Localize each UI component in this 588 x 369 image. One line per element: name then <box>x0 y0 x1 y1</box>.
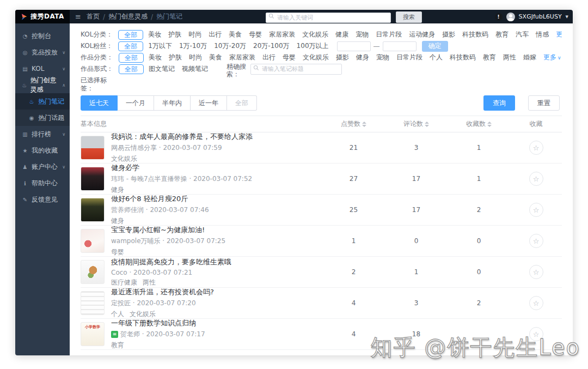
note-title[interactable]: 我妈说：成年人最高的修养是，不要给人家添 <box>111 132 322 142</box>
time-tab-一个月[interactable]: 一个月 <box>118 95 154 111</box>
filter-option[interactable]: 文化娱乐 <box>302 30 328 39</box>
filter-chip-all[interactable]: 全部 <box>119 64 144 74</box>
filter-option[interactable]: 时尚 <box>188 30 201 39</box>
note-title[interactable]: 一年级下册数学知识点归纳 <box>111 318 322 328</box>
favorite-star-button[interactable]: ☆ <box>529 296 543 310</box>
filter-option[interactable]: 图文笔记 <box>149 64 175 74</box>
note-thumbnail[interactable] <box>81 291 105 315</box>
column-header[interactable]: 点赞数 <box>322 119 385 129</box>
note-thumbnail[interactable] <box>81 136 105 160</box>
collapse-menu-icon[interactable]: ≡ <box>75 13 81 21</box>
note-title[interactable]: 最近逐渐升温，还有投资机会吗? <box>111 287 322 297</box>
chevron-down-icon[interactable]: ▼ <box>566 15 568 19</box>
filter-option[interactable]: 时尚 <box>189 53 202 62</box>
sidebar-item-竞品投放[interactable]: ◎竞品投放∨ <box>15 44 70 61</box>
time-tab-近七天[interactable]: 近七天 <box>81 95 118 111</box>
filter-option[interactable]: 1万以下 <box>148 41 172 51</box>
more-link[interactable]: 更多∨ <box>556 30 562 39</box>
filter-option[interactable]: 家居家装 <box>229 53 255 62</box>
sidebar-item-帮助中心[interactable]: ℹ帮助中心 <box>15 175 70 191</box>
filter-option[interactable]: 两性 <box>503 53 516 62</box>
filter-option[interactable]: 出行 <box>262 53 275 62</box>
filter-option[interactable]: 教育 <box>495 30 509 39</box>
filter-option[interactable]: 运动健身 <box>409 30 435 39</box>
filter-option[interactable]: 摄影 <box>336 53 349 62</box>
sidebar-item-反馈意见[interactable]: ✎反馈意见 <box>15 191 70 208</box>
search-button[interactable]: 搜索 <box>396 11 422 23</box>
filter-chip-all[interactable]: 全部 <box>119 53 144 63</box>
sidebar-item-热门话题[interactable]: ◉热门话题 <box>15 110 70 126</box>
more-link[interactable]: 更多∨ <box>543 53 561 62</box>
avatar[interactable] <box>506 13 515 21</box>
filter-option[interactable]: 摄影 <box>442 30 455 39</box>
filter-option[interactable]: 视频笔记 <box>182 64 208 74</box>
sidebar-item-排行榜[interactable]: ▥排行榜∨ <box>15 126 70 142</box>
breadcrumb-item[interactable]: 热门创意灵感 <box>108 12 148 21</box>
filter-option[interactable]: 家居家装 <box>269 30 295 39</box>
note-thumbnail[interactable] <box>81 198 105 222</box>
time-tab-近一年[interactable]: 近一年 <box>191 95 227 111</box>
filter-option[interactable]: 10万-20万 <box>214 41 246 51</box>
fans-min-input[interactable] <box>337 41 371 51</box>
filter-option[interactable]: 科技数码 <box>462 30 488 39</box>
filter-option[interactable]: 美妆 <box>149 53 162 62</box>
filter-option[interactable]: 1万-10万 <box>179 41 207 51</box>
filter-option[interactable]: 宠物 <box>376 53 389 62</box>
note-title[interactable]: 宝宝专属小红帽~为健康加油! <box>111 225 322 235</box>
filter-option[interactable]: 日常片段 <box>376 30 402 39</box>
confirm-button[interactable]: 确定 <box>422 41 448 52</box>
column-header[interactable]: 评论数 <box>385 119 448 129</box>
breadcrumb-item[interactable]: 热门笔记 <box>156 12 182 21</box>
sidebar-item-KOL[interactable]: ▤KOL∨ <box>15 61 70 77</box>
sidebar-item-我的收藏[interactable]: ★我的收藏 <box>15 142 70 159</box>
favorite-star-button[interactable]: ☆ <box>529 172 543 186</box>
filter-option[interactable]: 100万以上 <box>297 41 329 51</box>
note-thumbnail[interactable] <box>81 260 105 284</box>
note-thumbnail[interactable] <box>81 229 105 253</box>
filter-option[interactable]: 护肤 <box>168 30 181 39</box>
favorite-star-button[interactable]: ☆ <box>529 203 543 217</box>
filter-option[interactable]: 日常片段 <box>396 53 422 62</box>
filter-option[interactable]: 汽车 <box>516 30 529 39</box>
filter-option[interactable]: 母婴 <box>283 53 296 62</box>
favorite-star-button[interactable]: ☆ <box>529 327 543 341</box>
notification-icon[interactable]: ! <box>495 13 503 21</box>
sidebar-item-热门笔记[interactable]: ♨热门笔记 <box>15 93 70 110</box>
note-thumbnail[interactable] <box>81 167 105 191</box>
filter-chip-all[interactable]: 全部 <box>118 30 143 40</box>
filter-option[interactable]: 美食 <box>229 30 242 39</box>
filter-option[interactable]: 情感 <box>536 30 549 39</box>
filter-option[interactable]: 美食 <box>209 53 222 62</box>
sort-icon[interactable] <box>362 122 366 127</box>
filter-option[interactable]: 20万-100万 <box>253 41 290 51</box>
breadcrumb-item[interactable]: 首页 <box>87 12 100 21</box>
favorite-star-button[interactable]: ☆ <box>529 234 543 248</box>
note-title[interactable]: 疫情期间提高免疫力，要多吃维生素哦 <box>111 257 322 267</box>
filter-option[interactable]: 科技数码 <box>450 53 476 62</box>
filter-option[interactable]: 出行 <box>209 30 222 39</box>
filter-option[interactable]: 护肤 <box>169 53 182 62</box>
filter-option[interactable]: 母婴 <box>249 30 262 39</box>
username[interactable]: SXGJfubL6USY <box>519 13 562 20</box>
filter-option[interactable]: 宠物 <box>356 30 369 39</box>
note-title[interactable]: 做好6个8 轻松月瘦20斤 <box>111 194 322 204</box>
note-thumbnail[interactable]: 小学数学 <box>81 322 105 346</box>
keyword-search-input[interactable] <box>266 13 391 23</box>
filter-option[interactable]: 教育 <box>483 53 496 62</box>
filter-option[interactable]: 美妆 <box>148 30 161 39</box>
favorite-star-button[interactable]: ☆ <box>529 265 543 279</box>
filter-option[interactable]: 健康 <box>335 30 348 39</box>
favorite-star-button[interactable]: ☆ <box>529 141 543 155</box>
reset-button[interactable]: 重置 <box>528 95 560 111</box>
sidebar-item-热门创意灵感[interactable]: ♨热门创意灵感∧ <box>15 77 70 93</box>
filter-chip-all[interactable]: 全部 <box>118 41 143 51</box>
time-tab-半年内[interactable]: 半年内 <box>154 95 191 111</box>
filter-option[interactable]: 婚嫁 <box>523 53 536 62</box>
sort-icon[interactable] <box>425 122 429 127</box>
sort-icon[interactable] <box>487 122 492 127</box>
filter-option[interactable]: 健身 <box>356 53 369 62</box>
query-button[interactable]: 查询 <box>483 95 515 111</box>
note-title-search-input[interactable] <box>250 64 342 75</box>
filter-option[interactable]: 文化娱乐 <box>303 53 329 62</box>
filter-option[interactable]: 个人 <box>430 53 443 62</box>
